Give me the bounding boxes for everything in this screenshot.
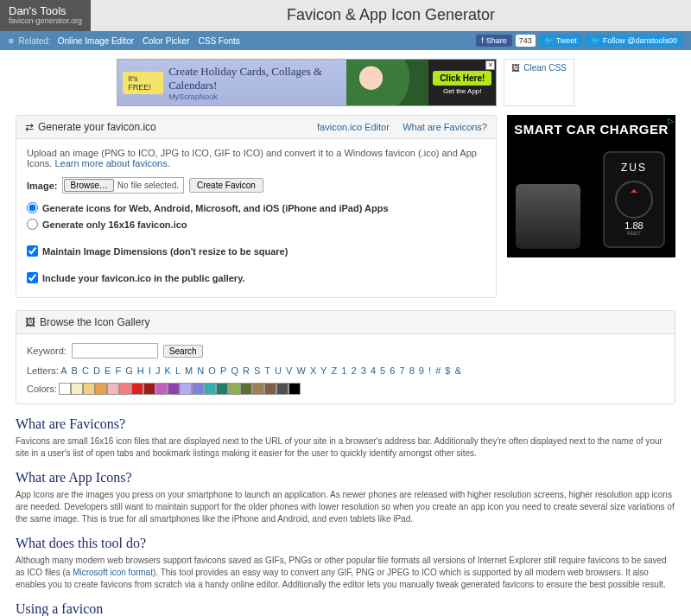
- letter-link[interactable]: U: [275, 365, 282, 376]
- page-title: Favicon & App Icon Generator: [91, 0, 691, 31]
- browse-button[interactable]: Browse…: [64, 179, 113, 192]
- ad-brand: MyScrapNook: [168, 92, 346, 101]
- letter-link[interactable]: #: [435, 365, 441, 376]
- letter-link[interactable]: V: [286, 365, 292, 376]
- color-swatch[interactable]: [228, 383, 240, 395]
- color-swatch[interactable]: [288, 383, 301, 395]
- letter-link[interactable]: F: [115, 365, 121, 376]
- side-ad-num: 1.88: [605, 220, 663, 231]
- letter-link[interactable]: 1: [341, 365, 346, 376]
- letter-link[interactable]: K: [165, 365, 171, 376]
- tweet-button[interactable]: 🐦Tweet: [539, 35, 582, 47]
- letter-link[interactable]: &: [455, 365, 461, 376]
- what-favicons-link[interactable]: What are Favicons?: [403, 122, 487, 132]
- letter-link[interactable]: E: [105, 365, 111, 376]
- letter-link[interactable]: 4: [371, 365, 376, 376]
- letter-link[interactable]: !: [428, 365, 431, 376]
- check-maintain[interactable]: [27, 245, 38, 257]
- follow-button[interactable]: 🐦Follow @danstools00: [586, 35, 682, 47]
- ms-icon-format-link[interactable]: Microsoft icon format: [73, 568, 153, 577]
- social-buttons: fShare 743 🐦Tweet 🐦Follow @danstools00: [476, 35, 682, 47]
- letter-link[interactable]: L: [175, 365, 181, 376]
- letter-link[interactable]: $: [445, 365, 450, 376]
- keyword-label: Keyword:: [27, 346, 67, 356]
- color-swatch[interactable]: [95, 383, 107, 395]
- editor-link[interactable]: favicon.ico Editor: [317, 122, 390, 132]
- color-swatch[interactable]: [155, 383, 168, 395]
- side-ad-phone-image: ZUS 1.88 FEET: [603, 151, 665, 248]
- letter-link[interactable]: Y: [320, 365, 326, 376]
- color-swatch[interactable]: [252, 383, 264, 395]
- letter-link[interactable]: S: [254, 365, 260, 376]
- ad-banner[interactable]: It's FREE! Create Holiday Cards, Collage…: [117, 59, 497, 106]
- no-file-label: No file selected.: [114, 181, 182, 190]
- letter-link[interactable]: P: [220, 365, 226, 376]
- color-swatch[interactable]: [240, 383, 252, 395]
- letter-link[interactable]: T: [264, 365, 270, 376]
- nav-link-css-fonts[interactable]: CSS Fonts: [199, 36, 240, 46]
- letter-link[interactable]: 6: [390, 365, 395, 376]
- letter-link[interactable]: Q: [231, 365, 238, 376]
- keyword-input[interactable]: [72, 343, 158, 359]
- nav-link-color-picker[interactable]: Color Picker: [143, 36, 189, 46]
- menu-icon[interactable]: ≡: [9, 36, 14, 46]
- search-button[interactable]: Search: [163, 345, 203, 358]
- color-swatch[interactable]: [204, 383, 216, 395]
- color-swatch[interactable]: [83, 383, 95, 395]
- color-swatch[interactable]: [143, 383, 155, 395]
- letter-link[interactable]: A: [60, 365, 67, 376]
- color-swatch[interactable]: [119, 383, 131, 395]
- letter-link[interactable]: 7: [399, 365, 404, 376]
- letter-link[interactable]: Z: [332, 365, 338, 376]
- ad-headline: Create Holiday Cards, Collages & Calenda…: [168, 65, 346, 92]
- color-swatch[interactable]: [168, 383, 180, 395]
- letter-link[interactable]: W: [296, 365, 305, 376]
- section-heading-appicons: What are App Icons?: [16, 470, 675, 486]
- color-swatch[interactable]: [216, 383, 228, 395]
- letter-link[interactable]: J: [155, 365, 161, 376]
- color-swatch[interactable]: [71, 383, 83, 395]
- color-swatch[interactable]: [107, 383, 119, 395]
- color-swatch[interactable]: [276, 383, 288, 395]
- letter-link[interactable]: X: [310, 365, 316, 376]
- letter-link[interactable]: G: [125, 365, 133, 376]
- cleancss-box: 🖼 Clean CSS: [504, 59, 574, 106]
- check-include[interactable]: [27, 272, 38, 283]
- learn-more-link[interactable]: Learn more about favicons.: [54, 158, 169, 168]
- letter-link[interactable]: 8: [409, 365, 415, 376]
- letter-link[interactable]: B: [72, 365, 78, 376]
- color-swatch[interactable]: [131, 383, 143, 395]
- letter-link[interactable]: R: [243, 365, 250, 376]
- letter-link[interactable]: 2: [352, 365, 357, 376]
- letter-link[interactable]: H: [137, 365, 144, 376]
- letter-link[interactable]: O: [208, 365, 216, 376]
- color-swatch[interactable]: [192, 383, 204, 395]
- letter-link[interactable]: N: [197, 365, 204, 376]
- color-swatch[interactable]: [264, 383, 276, 395]
- color-swatch[interactable]: [59, 383, 71, 395]
- create-favicon-button[interactable]: Create Favicon: [189, 178, 263, 193]
- letter-link[interactable]: M: [185, 365, 193, 376]
- navbar: ≡ Related: Online Image Editor Color Pic…: [0, 31, 691, 50]
- radio-web-icons[interactable]: [27, 202, 38, 213]
- letter-link[interactable]: 3: [361, 365, 366, 376]
- side-ad-brand: ZUS: [605, 162, 663, 174]
- brand-logo[interactable]: Dan's Tools favicon-generator.org: [0, 0, 91, 31]
- letter-link[interactable]: 9: [419, 365, 424, 376]
- section-heading-tool: What does this tool do?: [16, 536, 675, 551]
- cleancss-link[interactable]: Clean CSS: [523, 63, 566, 73]
- letter-link[interactable]: 5: [380, 365, 385, 376]
- file-input[interactable]: Browse… No file selected.: [62, 177, 184, 194]
- section-text-favicons: Favicons are small 16x16 icon files that…: [16, 435, 675, 460]
- nav-link-image-editor[interactable]: Online Image Editor: [58, 36, 134, 46]
- ad-close-icon[interactable]: ×: [485, 60, 495, 70]
- side-ad[interactable]: ▷ SMART CAR CHARGER ZUS 1.88 FEET: [507, 115, 675, 257]
- radio-16-only[interactable]: [27, 219, 38, 230]
- fb-share-button[interactable]: fShare: [476, 35, 512, 47]
- letter-link[interactable]: D: [93, 365, 100, 376]
- letter-link[interactable]: C: [82, 365, 89, 376]
- color-swatch[interactable]: [180, 383, 192, 395]
- side-ad-headline: SMART CAR CHARGER: [507, 122, 675, 137]
- letter-link[interactable]: I: [149, 365, 151, 376]
- ad-click-button[interactable]: Click Here!: [433, 71, 491, 86]
